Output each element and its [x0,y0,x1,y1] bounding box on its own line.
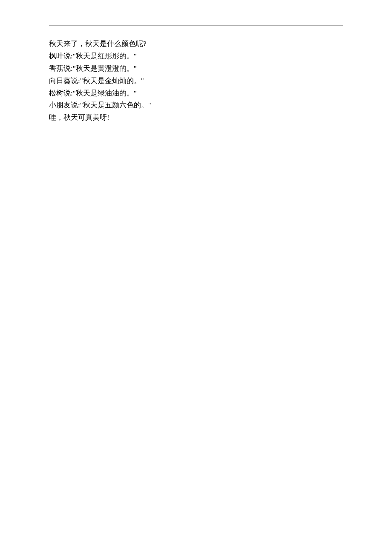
document-content: 秋天来了，秋天是什么颜色呢? 枫叶说:"秋天是红彤彤的。" 香蕉说:"秋天是黄澄… [49,38,343,124]
document-page: 秋天来了，秋天是什么颜色呢? 枫叶说:"秋天是红彤彤的。" 香蕉说:"秋天是黄澄… [0,0,392,124]
text-line: 松树说:"秋天是绿油油的。" [49,87,343,100]
text-line: 秋天来了，秋天是什么颜色呢? [49,38,343,50]
text-line: 小朋友说:"秋天是五颜六色的。" [49,99,343,112]
text-line: 向日葵说:"秋天是金灿灿的。" [49,75,343,87]
text-line: 哇，秋天可真美呀! [49,112,343,124]
text-line: 枫叶说:"秋天是红彤彤的。" [49,50,343,63]
horizontal-rule [49,26,343,26]
text-line: 香蕉说:"秋天是黄澄澄的。" [49,63,343,75]
